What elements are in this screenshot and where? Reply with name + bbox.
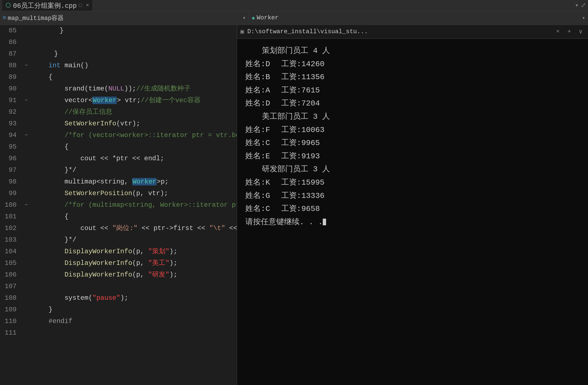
fold-gutter[interactable]: − bbox=[22, 130, 30, 141]
code-line: 92 //保存员工信息 bbox=[0, 106, 237, 118]
terminal-line-7-label: 姓名:F bbox=[245, 123, 270, 137]
code-text: }*/ bbox=[30, 164, 237, 176]
code-line: 107 bbox=[0, 281, 237, 292]
nav-left-arrow[interactable]: ▾ bbox=[243, 14, 246, 21]
code-text: srand(time(NULL));//生成随机数种子 bbox=[30, 83, 237, 95]
file-tab[interactable]: ⬡ 06员工分组案例.cpp □ × bbox=[2, 0, 93, 11]
terminal-title-bar: ▣ D:\software_install\visual_stu... × + … bbox=[237, 25, 588, 39]
terminal-line-4: 姓名:A 工资:7615 bbox=[245, 84, 580, 97]
code-text: /*for (multimap<string, Worker>::iterato… bbox=[30, 199, 237, 211]
terminal-line-11-label: 姓名:K bbox=[245, 176, 270, 189]
terminal-cursor bbox=[323, 219, 326, 225]
code-line: 111 bbox=[0, 327, 237, 339]
code-line: 87 } bbox=[0, 48, 237, 60]
line-number: 94 bbox=[0, 130, 22, 141]
line-number: 100 bbox=[0, 199, 22, 211]
code-line: 88− int main() bbox=[0, 60, 237, 71]
terminal-close-btn[interactable]: × bbox=[554, 28, 562, 36]
code-line: 86 bbox=[0, 37, 237, 48]
code-text: DisplayWorkerInfo(p, "策划"); bbox=[30, 246, 237, 257]
line-number: 96 bbox=[0, 153, 22, 164]
line-number: 103 bbox=[0, 234, 22, 246]
code-text: /*for (vector<worker>::iterator ptr = vt… bbox=[30, 130, 237, 141]
tab-close-btn[interactable]: × bbox=[86, 2, 89, 9]
line-number: 101 bbox=[0, 211, 22, 223]
nav-bar: ≡ map_multimap容器 ▾ ◈ Worker ▾ bbox=[0, 11, 588, 25]
code-line: 100− /*for (multimap<string, Worker>::it… bbox=[0, 199, 237, 211]
code-text: SetWorkerPosition(p, vtr); bbox=[30, 188, 237, 199]
terminal-line-14: 请按任意键继续. . . bbox=[245, 216, 580, 229]
fold-gutter[interactable]: − bbox=[22, 60, 30, 71]
title-bar-actions: ▾ ⤢ bbox=[575, 2, 586, 9]
code-text: }*/ bbox=[30, 234, 237, 246]
worker-icon: ◈ bbox=[252, 14, 255, 21]
terminal-line-4-val: 工资:7615 bbox=[281, 84, 320, 97]
terminal-line-13-label: 姓名:C bbox=[245, 202, 270, 216]
terminal-line-2: 姓名:D 工资:14260 bbox=[245, 58, 580, 71]
terminal-new-tab-btn[interactable]: + bbox=[565, 28, 573, 36]
code-line: 102 cout << "岗位:" << ptr->first << "\t" … bbox=[0, 223, 237, 234]
terminal-line-5-label: 姓名:D bbox=[245, 97, 270, 110]
code-editor[interactable]: 85 }8687 }88− int main()89 {90 srand(tim… bbox=[0, 25, 237, 385]
tab-filename: 06员工分组案例.cpp bbox=[13, 1, 77, 10]
tab-dot: □ bbox=[79, 3, 82, 8]
code-text: DisplayWorkerInfo(p, "美工"); bbox=[30, 257, 237, 269]
terminal-line-8: 姓名:C 工资:9965 bbox=[245, 136, 580, 150]
code-text: system("pause"); bbox=[30, 292, 237, 304]
line-number: 87 bbox=[0, 48, 22, 60]
nav-right-arrow[interactable]: ▾ bbox=[582, 14, 585, 21]
line-number: 91 bbox=[0, 95, 22, 106]
line-number: 102 bbox=[0, 223, 22, 234]
code-text: DisplayWorkerInfo(p, "研发"); bbox=[30, 269, 237, 281]
code-line: 97 }*/ bbox=[0, 164, 237, 176]
code-line: 85 } bbox=[0, 25, 237, 37]
terminal-line-11: 姓名:K 工资:15995 bbox=[245, 176, 580, 189]
terminal-chevron-btn[interactable]: ∨ bbox=[577, 27, 585, 36]
line-number: 110 bbox=[0, 316, 22, 327]
main-area: 85 }8687 }88− int main()89 {90 srand(tim… bbox=[0, 25, 588, 385]
line-number: 106 bbox=[0, 269, 22, 281]
code-text: multimap<string, Worker>p; bbox=[30, 176, 237, 188]
terminal-line-5-val: 工资:7204 bbox=[281, 97, 320, 110]
code-line: 104 DisplayWorkerInfo(p, "策划"); bbox=[0, 246, 237, 257]
code-lines: 85 }8687 }88− int main()89 {90 srand(tim… bbox=[0, 25, 237, 385]
code-text: } bbox=[41, 25, 237, 37]
terminal-line-3: 姓名:B 工资:11356 bbox=[245, 71, 580, 84]
terminal-line-9-label: 姓名:E bbox=[245, 150, 270, 163]
code-text: } bbox=[30, 304, 237, 316]
code-line: 101 { bbox=[0, 211, 237, 223]
code-text: SetWorkerInfo(vtr); bbox=[30, 118, 237, 130]
code-text: { bbox=[30, 71, 237, 83]
line-number: 90 bbox=[0, 83, 22, 95]
terminal-line-3-label: 姓名:B bbox=[245, 71, 270, 84]
breadcrumb-right[interactable]: ◈ Worker ▾ bbox=[249, 11, 588, 25]
breadcrumb-module: map_multimap容器 bbox=[8, 14, 64, 22]
terminal-line-10: 研发部门员工 3 人 bbox=[245, 163, 580, 176]
code-line: 91− vector<Worker> vtr;//创建一个vec容器 bbox=[0, 95, 237, 106]
code-line: 110 #endif bbox=[0, 316, 237, 327]
title-bar: ⬡ 06员工分组案例.cpp □ × ▾ ⤢ bbox=[0, 0, 588, 11]
fold-gutter[interactable]: − bbox=[22, 95, 30, 106]
terminal-line-8-val: 工资:9965 bbox=[281, 136, 320, 150]
terminal-path: D:\software_install\visual_stu... bbox=[247, 28, 550, 35]
line-number: 88 bbox=[0, 60, 22, 71]
terminal-line-7-val: 工资:10063 bbox=[281, 123, 325, 137]
title-arrow-down[interactable]: ▾ bbox=[575, 2, 579, 9]
line-number: 105 bbox=[0, 257, 22, 269]
code-text: cout << *ptr << endl; bbox=[30, 153, 237, 164]
terminal-line-4-label: 姓名:A bbox=[245, 84, 270, 97]
code-line: 109 } bbox=[0, 304, 237, 316]
code-line: 98 multimap<string, Worker>p; bbox=[0, 176, 237, 188]
breadcrumb-left[interactable]: ≡ map_multimap容器 ▾ bbox=[0, 11, 249, 25]
terminal-line-2-label: 姓名:D bbox=[245, 58, 270, 71]
terminal-window: ▣ D:\software_install\visual_stu... × + … bbox=[237, 25, 588, 385]
code-text: { bbox=[30, 141, 237, 153]
code-line: 106 DisplayWorkerInfo(p, "研发"); bbox=[0, 269, 237, 281]
line-number: 97 bbox=[0, 164, 22, 176]
fold-gutter[interactable]: − bbox=[22, 199, 30, 211]
title-expand[interactable]: ⤢ bbox=[581, 2, 586, 9]
terminal-line-6: 美工部门员工 3 人 bbox=[245, 110, 580, 123]
code-text: { bbox=[30, 211, 237, 223]
module-icon: ≡ bbox=[3, 15, 6, 21]
terminal-line-2-val: 工资:14260 bbox=[281, 58, 325, 71]
